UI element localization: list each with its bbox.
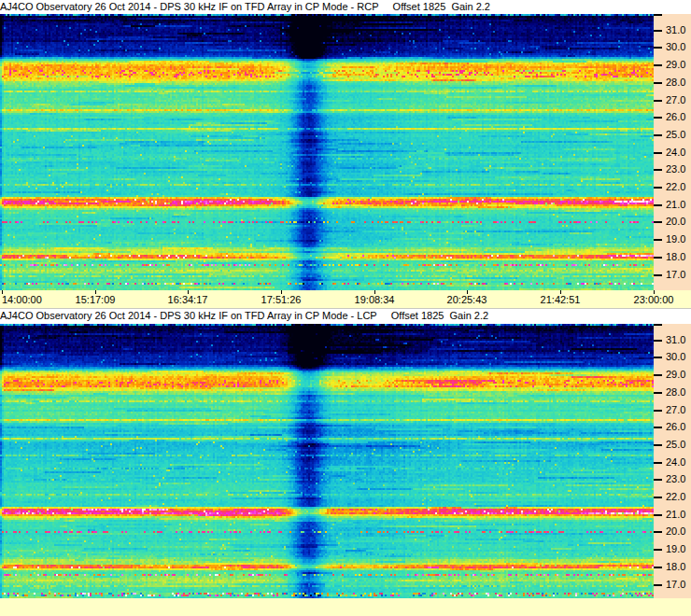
- freq-tick-label: 25.0: [666, 439, 685, 450]
- freq-tick-label: 21.0: [666, 509, 685, 520]
- freq-tick: [654, 392, 662, 394]
- freq-tick: [654, 374, 662, 376]
- freq-tick: [654, 567, 662, 568]
- freq-tick-label: 20.0: [666, 525, 685, 537]
- freq-tick-label: 25.0: [666, 129, 685, 140]
- freq-tick: [654, 47, 662, 49]
- freq-tick: [654, 187, 662, 189]
- freq-tick-label: 17.0: [666, 269, 685, 280]
- freq-tick-label: 23.0: [666, 473, 685, 484]
- freq-tick-label: 28.0: [666, 77, 685, 88]
- freq-tick-label: 19.0: [666, 233, 685, 245]
- freq-tick-label: 24.0: [666, 456, 685, 468]
- time-tick-label: 15:17:09: [76, 294, 116, 305]
- freq-tick-label: 21.0: [666, 199, 685, 210]
- bottom-strip: [0, 598, 691, 616]
- freq-scale-rcp: 31.030.029.028.027.026.025.024.023.022.0…: [654, 14, 691, 290]
- freq-scale-lcp: 31.030.029.028.027.026.025.024.023.022.0…: [654, 324, 691, 598]
- freq-tick: [654, 169, 662, 171]
- time-tick-label: 16:34:17: [168, 294, 208, 305]
- freq-tick: [654, 479, 662, 481]
- freq-tick-label: 30.0: [666, 351, 685, 362]
- time-tick-label: 21:42:51: [541, 294, 581, 305]
- freq-tick: [654, 497, 662, 498]
- freq-tick-label: 27.0: [666, 94, 685, 105]
- freq-tick-top: [654, 324, 662, 326]
- freq-tick: [654, 340, 662, 342]
- freq-tick-label: 17.0: [666, 579, 685, 590]
- freq-tick: [654, 549, 662, 551]
- freq-tick: [654, 239, 662, 241]
- freq-tick-label: 18.0: [666, 561, 685, 572]
- freq-tick-label: 22.0: [666, 491, 685, 502]
- freq-tick: [654, 274, 662, 276]
- freq-tick: [654, 257, 662, 259]
- freq-tick-label: 18.0: [666, 251, 685, 262]
- freq-tick-label: 27.0: [666, 404, 685, 415]
- panel-title-rcp: AJ4CO Observatory 26 Oct 2014 - DPS 30 k…: [0, 0, 691, 14]
- freq-tick: [654, 584, 662, 586]
- freq-tick: [654, 204, 662, 206]
- freq-tick-label: 23.0: [666, 163, 685, 175]
- freq-tick: [654, 82, 662, 84]
- freq-tick: [654, 64, 662, 66]
- freq-tick: [654, 514, 662, 516]
- freq-tick-label: 19.0: [666, 543, 685, 554]
- panel-title-rcp-text: AJ4CO Observatory 26 Oct 2014 - DPS 30 k…: [0, 1, 490, 12]
- time-tick-label: 17:51:26: [261, 294, 302, 305]
- freq-tick-label: 20.0: [666, 216, 685, 227]
- freq-tick: [654, 152, 662, 154]
- freq-tick-label: 30.0: [666, 41, 685, 52]
- freq-tick: [654, 531, 662, 533]
- freq-tick-label: 28.0: [666, 386, 685, 398]
- freq-tick: [654, 134, 662, 136]
- spectrogram-plot-rcp[interactable]: [0, 14, 654, 290]
- freq-tick-label: 26.0: [666, 421, 685, 432]
- time-tick-label: 20:25:43: [447, 294, 487, 305]
- freq-tick-label: 24.0: [666, 147, 685, 158]
- freq-tick: [654, 221, 662, 223]
- freq-tick: [654, 462, 662, 464]
- freq-tick-label: 31.0: [666, 334, 685, 345]
- spectrogram-plot-lcp[interactable]: [0, 324, 654, 598]
- freq-tick: [654, 444, 662, 446]
- freq-tick: [654, 427, 662, 428]
- freq-tick: [654, 117, 662, 119]
- freq-tick-label: 31.0: [666, 24, 685, 35]
- freq-tick: [654, 410, 662, 412]
- freq-tick-top: [654, 14, 662, 16]
- panel-title-lcp-text: AJ4CO Observatory 26 Oct 2014 - DPS 30 k…: [0, 310, 488, 321]
- time-tick-label: 14:00:00: [2, 294, 42, 305]
- freq-tick-label: 29.0: [666, 369, 685, 380]
- freq-tick-label: 29.0: [666, 59, 685, 70]
- time-tick-label: 19:08:34: [355, 294, 395, 305]
- freq-tick: [654, 357, 662, 358]
- spectrogram-panel-lcp: 31.030.029.028.027.026.025.024.023.022.0…: [0, 324, 691, 598]
- time-tick-label: 23:00:00: [634, 294, 674, 305]
- app-window: AJ4CO Observatory 26 Oct 2014 - DPS 30 k…: [0, 0, 691, 616]
- spectrogram-panel-rcp: 31.030.029.028.027.026.025.024.023.022.0…: [0, 14, 691, 290]
- freq-tick-label: 26.0: [666, 111, 685, 122]
- time-axis: 14:00:0015:17:0916:34:1717:51:2619:08:34…: [0, 290, 691, 309]
- freq-tick: [654, 100, 662, 102]
- panel-title-lcp: AJ4CO Observatory 26 Oct 2014 - DPS 30 k…: [0, 309, 691, 324]
- freq-tick: [654, 30, 662, 32]
- freq-tick-label: 22.0: [666, 181, 685, 192]
